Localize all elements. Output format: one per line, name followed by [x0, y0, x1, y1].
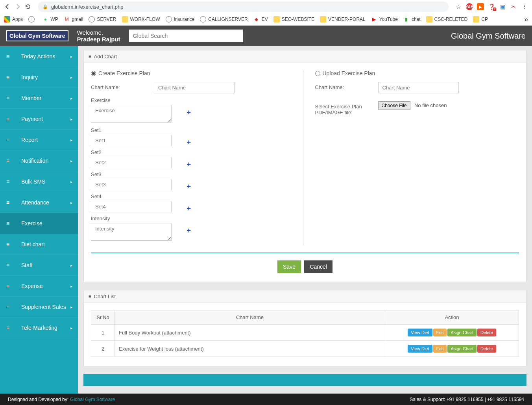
view-diet-button[interactable]: View Diet: [408, 329, 432, 336]
bookmark-callign[interactable]: CALLIGNSERVER: [200, 16, 248, 22]
plus-icon[interactable]: +: [187, 108, 191, 117]
bookmark-ev[interactable]: ◆EV: [253, 16, 268, 22]
bookmark-server[interactable]: SERVER: [89, 16, 116, 22]
set3-input[interactable]: [91, 179, 172, 190]
radio-upload[interactable]: [315, 71, 320, 76]
radio-create[interactable]: [91, 71, 96, 76]
chart-name-input[interactable]: [154, 82, 235, 93]
sidebar-item-inquiry[interactable]: Inquiry▸: [0, 67, 78, 88]
upload-chart-name-input[interactable]: [378, 82, 459, 93]
chart-name-label: Chart Name:: [91, 82, 154, 90]
bookmark-seo[interactable]: SEO-WEBSITE: [273, 16, 314, 22]
sidebar-item-label: Staff: [21, 262, 33, 268]
set2-label: Set2: [91, 149, 181, 155]
set2-input[interactable]: [91, 157, 172, 168]
global-search-input[interactable]: [129, 30, 243, 42]
bookmark-insurance[interactable]: Insurance: [166, 16, 195, 22]
set1-input[interactable]: [91, 135, 172, 146]
edit-button[interactable]: Edit: [433, 329, 447, 336]
bookmark-item[interactable]: [28, 16, 37, 22]
menu-icon: [89, 294, 92, 299]
teal-strip: [83, 374, 526, 386]
footer-dev-link[interactable]: Global Gym Software: [70, 397, 115, 402]
sidebar-item-report[interactable]: Report▸: [0, 130, 78, 150]
plus-icon[interactable]: +: [187, 138, 191, 147]
plus-icon[interactable]: +: [187, 182, 191, 191]
bookmark-chat[interactable]: ▮chat: [403, 16, 421, 22]
add-chart-header: Add Chart: [84, 50, 526, 63]
reload-icon[interactable]: [24, 3, 31, 10]
ext-icon-1[interactable]: YAB: [466, 3, 473, 10]
sidebar-item-exercise[interactable]: Exercise: [0, 213, 78, 234]
chevron-right-icon: ▸: [70, 138, 72, 142]
assign-chart-button[interactable]: Asign Chart: [447, 329, 476, 336]
cell-chartname: Exercise for Weight loss (attachment): [115, 341, 385, 357]
sidebar-item-attendance[interactable]: Attendance▸: [0, 192, 78, 213]
sidebar-item-label: Report: [21, 137, 38, 143]
list-icon: [6, 241, 13, 247]
sidebar-item-payment[interactable]: Payment▸: [0, 109, 78, 130]
bookmark-wp[interactable]: ●WP: [42, 16, 58, 22]
plus-icon[interactable]: +: [187, 227, 191, 235]
sidebar-item-member[interactable]: Member▸: [0, 88, 78, 109]
cancel-button[interactable]: Cancel: [304, 260, 332, 273]
sidebar-item-label: Inquiry: [21, 74, 38, 80]
list-icon: [6, 325, 13, 331]
sidebar-item-today-actions[interactable]: Today Actions▸: [0, 46, 78, 67]
star-icon[interactable]: ☆: [455, 3, 462, 10]
chart-list-table: Sr.No Chart Name Action 1Full Body Worko…: [91, 310, 519, 357]
chevron-right-icon: ▸: [70, 263, 72, 268]
sidebar-item-supplement-sales[interactable]: Supplement Sales▸: [0, 297, 78, 318]
forward-icon[interactable]: [14, 3, 21, 10]
ext-icon-4[interactable]: ▣: [499, 3, 506, 10]
ext-icon-3[interactable]: ❓2: [488, 3, 495, 10]
ext-icon-2[interactable]: ▶: [477, 3, 484, 10]
view-diet-button[interactable]: View Diet: [408, 345, 432, 353]
field-set1: Set1+: [91, 127, 181, 146]
ext-icon-5[interactable]: ✂: [510, 3, 517, 10]
bookmark-apps[interactable]: Apps: [4, 16, 23, 22]
delete-button[interactable]: Delete: [477, 345, 496, 353]
th-chartname: Chart Name: [115, 310, 385, 325]
plus-icon[interactable]: +: [187, 160, 191, 169]
welcome-text: Welcome, Pradeep Rajput: [77, 29, 120, 43]
exercise-input[interactable]: [91, 105, 172, 123]
edit-button[interactable]: Edit: [433, 345, 447, 353]
delete-button[interactable]: Delete: [477, 329, 496, 336]
list-icon: [6, 199, 13, 206]
choose-file-button[interactable]: Choose File: [378, 101, 410, 110]
sidebar-item-expense[interactable]: Expense▸: [0, 276, 78, 297]
bookmark-cp[interactable]: CP: [473, 16, 488, 22]
sidebar-item-staff[interactable]: Staff▸: [0, 255, 78, 276]
footer: Designed and Developed by: Global Gym So…: [0, 394, 532, 405]
url-text: globalcrm.in/exercise_chart.php: [51, 4, 124, 10]
url-bar[interactable]: 🔒 globalcrm.in/exercise_chart.php: [38, 2, 449, 12]
plus-icon[interactable]: +: [187, 204, 191, 213]
bookmark-gmail[interactable]: Mgmail: [64, 16, 83, 22]
th-srno: Sr.No: [91, 310, 115, 325]
list-icon: [6, 137, 13, 143]
sidebar-item-tele-marketing[interactable]: Tele-Marketing▸: [0, 318, 78, 338]
save-button[interactable]: Save: [277, 260, 301, 273]
set4-input[interactable]: [91, 201, 172, 212]
back-icon[interactable]: [4, 3, 11, 10]
assign-chart-button[interactable]: Asign Chart: [447, 345, 476, 353]
divider: [91, 253, 519, 253]
menu-icon[interactable]: ⋮: [521, 3, 528, 10]
chart-list-title: Chart List: [94, 294, 116, 299]
add-chart-title: Add Chart: [94, 54, 117, 59]
intensity-input[interactable]: [91, 223, 172, 241]
list-icon: [6, 95, 13, 101]
sidebar-item-diet-chart[interactable]: Diet chart: [0, 234, 78, 255]
field-set3: Set3+: [91, 171, 181, 190]
field-exercise: Exercise+: [91, 97, 181, 124]
bookmark-csc[interactable]: CSC-RELETED: [426, 16, 468, 22]
bookmark-youtube[interactable]: ▶YouTube: [371, 16, 398, 22]
sidebar-item-bulk-sms[interactable]: Bulk SMS▸: [0, 171, 78, 192]
sidebar-item-notification[interactable]: Notification▸: [0, 150, 78, 171]
bookmark-workflow[interactable]: WORK-FLOW: [122, 16, 160, 22]
bookmarks-more-icon[interactable]: »: [524, 15, 528, 24]
bookmark-vender[interactable]: VENDER-PORAL: [320, 16, 366, 22]
radio-upload-label: Upload Exercise Plan: [323, 70, 375, 76]
chevron-right-icon: ▸: [70, 117, 72, 121]
